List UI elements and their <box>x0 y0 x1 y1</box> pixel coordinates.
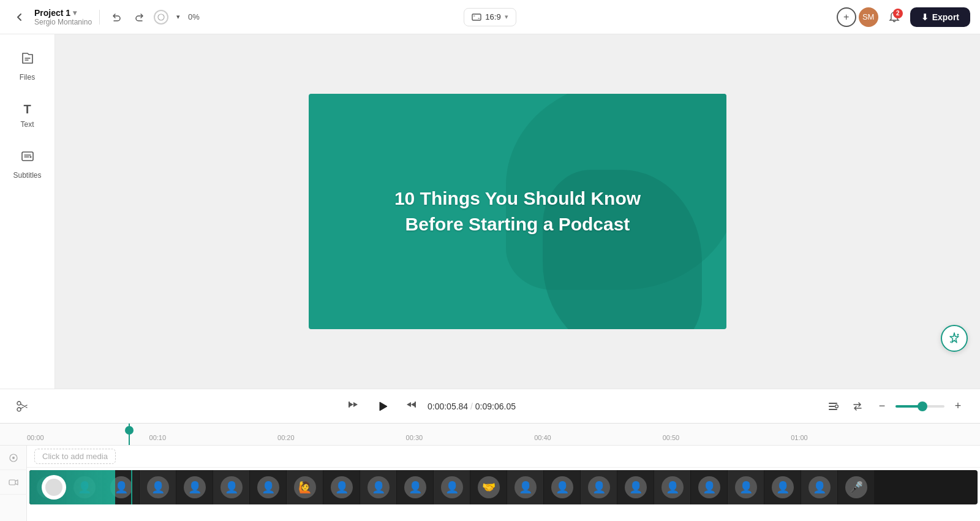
thumb-17: 👤 <box>617 470 654 504</box>
add-collaborator-button[interactable]: + <box>837 7 856 27</box>
thumb-12: 👤 <box>434 470 470 504</box>
project-chevron-icon[interactable]: ▾ <box>73 9 77 17</box>
sidebar-subtitles-label: Subtitles <box>13 171 41 180</box>
export-label: Export <box>932 12 959 22</box>
back-button[interactable] <box>10 7 29 27</box>
ruler-mark-3: 00:30 <box>406 434 423 441</box>
total-time: 0:09:06.05 <box>475 401 516 411</box>
project-name: Project 1 ▾ <box>34 8 92 18</box>
svg-point-7 <box>17 408 21 411</box>
play-button[interactable] <box>370 394 394 419</box>
sidebar-item-text[interactable]: T Text <box>6 93 50 137</box>
undo-button[interactable] <box>107 7 127 27</box>
magic-button[interactable] <box>941 325 968 352</box>
project-user: Sergio Montanino <box>34 18 92 26</box>
ruler-playhead <box>129 424 130 445</box>
thumb-19: 👤 <box>691 470 728 504</box>
time-display: 0:00:05.84 / 0:09:06.05 <box>428 401 516 411</box>
export-icon: ⬇ <box>921 12 929 22</box>
undo-redo-group <box>107 7 149 27</box>
timeline-settings-button[interactable] <box>823 397 843 416</box>
redo-button[interactable] <box>129 7 149 27</box>
thumb-20: 👤 <box>728 470 764 504</box>
zoom-circle-icon <box>154 10 168 25</box>
aspect-ratio-button[interactable]: 16:9 ▾ <box>464 8 516 26</box>
svg-point-13 <box>835 405 838 408</box>
thumb-13: 🤝 <box>470 470 507 504</box>
sidebar-item-subtitles[interactable]: Subtitles <box>6 142 50 186</box>
thumb-8: 🙋 <box>287 470 323 504</box>
timeline-swap-button[interactable] <box>848 397 867 416</box>
thumb-4: 👤 <box>140 470 176 504</box>
sidebar-files-label: Files <box>20 73 35 82</box>
svg-point-0 <box>158 14 164 20</box>
video-thumbnails-strip: 👤 👤 👤 👤 👤 👤 👤 🙋 👤 👤 👤 👤 🤝 👤 <box>29 470 978 504</box>
thumb-7: 👤 <box>250 470 287 504</box>
svg-rect-1 <box>472 14 481 20</box>
zoom-out-button[interactable]: − <box>872 397 892 416</box>
topbar: Project 1 ▾ Sergio Montanino <box>0 0 980 34</box>
topbar-right: + SM 2 ⬇ Export <box>655 7 970 27</box>
thumb-10: 👤 <box>360 470 397 504</box>
thumb-5: 👤 <box>176 470 213 504</box>
video-track[interactable]: 👤 👤 👤 👤 👤 👤 👤 🙋 👤 👤 👤 👤 🤝 👤 <box>29 470 978 504</box>
thumb-16: 👤 <box>581 470 617 504</box>
preview-title: 10 Things You Should Know Before Startin… <box>358 186 677 237</box>
timeline-ruler: 00:00 00:10 00:20 00:30 00:40 00:50 01:0… <box>0 424 980 446</box>
thumb-23: 🎤 <box>838 470 875 504</box>
notification-button[interactable]: 2 <box>884 7 904 27</box>
sidebar-item-files[interactable]: Files <box>6 44 50 88</box>
thumb-14: 👤 <box>507 470 544 504</box>
svg-rect-12 <box>829 409 837 410</box>
ruler-mark-6: 01:00 <box>791 434 808 441</box>
timeline-section: 00:00 00:10 00:20 00:30 00:40 00:50 01:0… <box>0 423 980 521</box>
ruler-mark-4: 00:40 <box>534 434 551 441</box>
timeline-body: Click to add media 👤 👤 👤 <box>0 446 980 521</box>
zoom-dropdown-button[interactable]: ▾ <box>172 11 184 23</box>
timeline-tools: − + <box>823 397 968 416</box>
forward-button[interactable] <box>404 398 418 414</box>
aspect-ratio-label: 16:9 <box>485 12 500 21</box>
export-button[interactable]: ⬇ Export <box>910 7 970 27</box>
playback-controls: 0:00:05.84 / 0:09:06.05 <box>347 394 516 419</box>
bottom-controls: 0:00:05.84 / 0:09:06.05 − + <box>0 389 980 423</box>
zoom-slider-thumb[interactable] <box>918 401 927 411</box>
time-separator: / <box>470 401 475 411</box>
add-media-button[interactable]: Click to add media <box>34 449 116 464</box>
track-icon-video <box>0 470 27 495</box>
svg-rect-10 <box>829 403 837 404</box>
avatar: SM <box>859 7 878 27</box>
topbar-left: Project 1 ▾ Sergio Montanino <box>10 7 325 27</box>
svg-rect-2 <box>22 152 33 161</box>
video-track-wrapper: 👤 👤 👤 👤 👤 👤 👤 🙋 👤 👤 👤 👤 🤝 👤 <box>27 470 980 504</box>
thumb-11: 👤 <box>397 470 434 504</box>
zoom-slider[interactable] <box>895 405 944 408</box>
zoom-value: 0% <box>188 12 200 21</box>
sidebar: Files T Text Subtitles <box>0 34 55 389</box>
video-preview: 10 Things You Should Know Before Startin… <box>309 94 726 329</box>
topbar-center: 16:9 ▾ <box>333 8 648 26</box>
svg-point-3 <box>29 156 31 158</box>
cut-button[interactable] <box>12 397 32 416</box>
rewind-button[interactable] <box>347 398 360 414</box>
add-media-row: Click to add media <box>27 446 980 468</box>
current-time: 0:00:05.84 <box>428 401 468 411</box>
subtitles-icon <box>20 149 35 167</box>
svg-point-6 <box>17 401 21 405</box>
add-user-area: + SM <box>837 7 878 27</box>
thumb-21: 👤 <box>764 470 801 504</box>
project-info: Project 1 ▾ Sergio Montanino <box>34 8 92 26</box>
svg-rect-8 <box>349 401 350 408</box>
zoom-in-button[interactable]: + <box>948 397 968 416</box>
topbar-divider <box>99 10 100 25</box>
svg-rect-16 <box>9 480 15 485</box>
canvas-area: 10 Things You Should Know Before Startin… <box>55 34 980 389</box>
thumb-18: 👤 <box>654 470 691 504</box>
cut-tool-area <box>12 397 39 416</box>
svg-rect-9 <box>415 401 416 408</box>
thumb-15: 👤 <box>544 470 581 504</box>
track-logo-circle <box>42 475 66 500</box>
timeline-tracks: Click to add media 👤 👤 👤 <box>27 446 980 521</box>
ruler-mark-2: 00:20 <box>277 434 295 441</box>
ruler-playhead-dot <box>125 426 134 435</box>
